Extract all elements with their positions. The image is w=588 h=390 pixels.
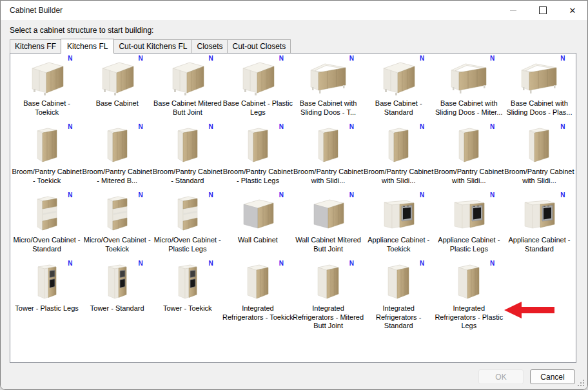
cabinet-list: NBase Cabinet - ToekickNBase CabinetNBas…	[10, 53, 576, 363]
appliance-cabinet-thumbnail-icon: N	[373, 193, 424, 235]
new-badge: N	[560, 55, 565, 62]
cabinet-item[interactable]: NIntegrated Refrigerators - Toekick	[222, 262, 293, 344]
instruction-label: Select a cabinet structure to start buil…	[10, 26, 587, 35]
cabinet-item[interactable]: NBroom/Pantry Cabinet - Toekick	[12, 125, 82, 193]
tall-cabinet-thumbnail-icon: N	[443, 125, 495, 166]
base-cabinet-thumbnail-icon: N	[373, 57, 424, 98]
tab-kitchens-fl[interactable]: Kitchens FL	[61, 39, 114, 54]
new-badge: N	[560, 191, 565, 199]
tab-cut-out-kitchens-fl[interactable]: Cut-out Kitchens FL	[113, 39, 192, 53]
cabinet-item[interactable]: NIntegrated Refrigerators - Plastic Legs	[434, 262, 504, 344]
tower-cabinet-thumbnail-icon: N	[21, 262, 73, 303]
cabinet-item-label: Base Cabinet - Toekick	[11, 99, 83, 117]
tall-cabinet-thumbnail-icon: N	[21, 125, 73, 166]
maximize-icon[interactable]	[528, 1, 558, 20]
new-badge: N	[349, 260, 354, 267]
cabinet-item[interactable]: NBroom/Pantry Cabinet with Slidi...	[504, 125, 574, 193]
cabinet-item[interactable]: NWall Cabinet Mitered Butt Joint	[293, 193, 364, 262]
oven-cabinet-thumbnail-icon: N	[162, 193, 213, 235]
cabinet-item[interactable]: NBase Cabinet Mitered Butt Joint	[152, 57, 222, 125]
cabinet-item[interactable]: NBroom/Pantry Cabinet - Mitered B...	[82, 125, 152, 193]
cabinet-item[interactable]: NBroom/Pantry Cabinet - Plastic Legs	[222, 125, 293, 193]
new-badge: N	[349, 123, 354, 130]
cabinet-item-label: Integrated Refrigerators - Standard	[362, 304, 435, 331]
tall-cabinet-thumbnail-icon: N	[92, 125, 143, 166]
cabinet-item[interactable]: NBroom/Pantry Cabinet - Standard	[152, 125, 222, 193]
cabinet-item[interactable]: NBase Cabinet	[82, 57, 152, 125]
cabinet-item[interactable]: NBase Cabinet with Sliding Doos - T...	[293, 57, 364, 125]
tall-cabinet-thumbnail-icon: N	[302, 125, 354, 166]
cabinet-item[interactable]: NAppliance Cabinet - Plastic Legs	[434, 193, 504, 262]
cabinet-item[interactable]: NMicro/Oven Cabinet - Plastic Legs	[152, 193, 222, 262]
fridge-cabinet-thumbnail-icon: N	[302, 262, 354, 303]
cabinet-item-label: Base Cabinet with Sliding Doos - T...	[292, 99, 364, 117]
new-badge: N	[209, 191, 213, 199]
cancel-button[interactable]: Cancel	[530, 369, 575, 384]
cabinet-item[interactable]: NBroom/Pantry Cabinet with Slidi...	[364, 125, 434, 193]
new-badge: N	[349, 191, 354, 199]
cabinet-item[interactable]: NIntegrated Refrigerators - Standard	[364, 262, 434, 344]
cabinet-item-label: Base Cabinet with Sliding Doos - Plas...	[503, 99, 575, 117]
cabinet-item-label: Broom/Pantry Cabinet - Toekick	[11, 168, 83, 185]
cabinet-item-label: Tower - Standard	[81, 304, 153, 313]
minimize-icon	[498, 1, 528, 20]
cabinet-item-label: Integrated Refrigerators - Toekick	[222, 304, 294, 322]
tall-cabinet-thumbnail-icon: N	[513, 125, 565, 166]
red-left-arrow-annotation	[504, 262, 574, 344]
base-cabinet-thumbnail-icon: N	[21, 57, 73, 98]
cabinet-item[interactable]: NBroom/Pantry Cabinet with Slidi...	[434, 125, 504, 193]
cabinet-item[interactable]: NBroom/Pantry Cabinet with Slidi...	[293, 125, 364, 193]
cabinet-item[interactable]: NWall Cabinet	[222, 193, 293, 262]
cabinet-item[interactable]: NMicro/Oven Cabinet - Toekick	[82, 193, 152, 262]
cabinet-item-label: Broom/Pantry Cabinet with Slidi...	[362, 168, 435, 185]
new-badge: N	[560, 123, 565, 130]
cabinet-item[interactable]: NTower - Standard	[82, 262, 152, 344]
cabinet-item[interactable]: NMicro/Oven Cabinet - Standard	[12, 193, 82, 262]
new-badge: N	[138, 55, 142, 62]
tab-kitchens-ff[interactable]: Kitchens FF	[10, 39, 61, 53]
cabinet-item[interactable]: NTower - Plastic Legs	[12, 262, 82, 344]
tab-strip: Kitchens FFKitchens FLCut-out Kitchens F…	[10, 39, 587, 53]
cabinet-item-label: Base Cabinet - Standard	[362, 99, 435, 117]
cabinet-item[interactable]: NTower - Toekick	[152, 262, 222, 344]
cabinet-item-label: Broom/Pantry Cabinet - Mitered B...	[81, 168, 153, 185]
new-badge: N	[209, 260, 213, 267]
cabinet-item-label: Broom/Pantry Cabinet with Slidi...	[503, 168, 575, 185]
tower-cabinet-thumbnail-icon: N	[162, 262, 213, 303]
new-badge: N	[490, 191, 495, 199]
cabinet-item-label: Integrated Refrigerators - Plastic Legs	[433, 304, 505, 331]
close-icon[interactable]: ✕	[558, 1, 587, 20]
cabinet-item[interactable]: NBase Cabinet with Sliding Doos - Plas..…	[504, 57, 574, 125]
new-badge: N	[420, 260, 424, 267]
tab-cut-out-closets[interactable]: Cut-out Closets	[227, 39, 291, 53]
new-badge: N	[68, 191, 72, 199]
basewide-cabinet-thumbnail-icon: N	[513, 57, 565, 98]
resize-grip[interactable]	[583, 385, 584, 386]
cabinet-item[interactable]: NBase Cabinet - Toekick	[12, 57, 82, 125]
window-controls: ✕	[498, 1, 587, 20]
cabinet-grid: NBase Cabinet - ToekickNBase CabinetNBas…	[10, 54, 576, 344]
new-badge: N	[420, 123, 424, 130]
tall-cabinet-thumbnail-icon: N	[232, 125, 284, 166]
cabinet-item[interactable]: NAppliance Cabinet - Toekick	[364, 193, 434, 262]
cabinet-item[interactable]: NBase Cabinet - Standard	[364, 57, 434, 125]
cabinet-item[interactable]: NBase Cabinet - Plastic Legs	[222, 57, 293, 125]
cabinet-item[interactable]: NAppliance Cabinet - Standard	[504, 193, 574, 262]
basewide-cabinet-thumbnail-icon: N	[443, 57, 495, 98]
appliance-cabinet-thumbnail-icon: N	[443, 193, 495, 235]
cabinet-item-label: Appliance Cabinet - Plastic Legs	[433, 236, 505, 253]
cabinet-item-label: Base Cabinet Mitered Butt Joint	[152, 99, 224, 117]
cabinet-item[interactable]: NIntegrated Refrigerators - Mitered Butt…	[293, 262, 364, 344]
new-badge: N	[68, 55, 72, 62]
footer-bar: OK Cancel	[1, 363, 587, 390]
cabinet-item-label: Broom/Pantry Cabinet with Slidi...	[292, 168, 364, 185]
tab-closets[interactable]: Closets	[191, 39, 228, 53]
tall-cabinet-thumbnail-icon: N	[373, 125, 424, 166]
oven-cabinet-thumbnail-icon: N	[21, 193, 73, 235]
new-badge: N	[68, 123, 72, 130]
cabinet-item-label: Tower - Toekick	[152, 304, 224, 313]
appliance-cabinet-thumbnail-icon: N	[513, 193, 565, 235]
new-badge: N	[209, 55, 213, 62]
cabinet-item-label: Appliance Cabinet - Standard	[503, 236, 575, 253]
cabinet-item[interactable]: NBase Cabinet with Sliding Doos - Miter.…	[434, 57, 504, 125]
